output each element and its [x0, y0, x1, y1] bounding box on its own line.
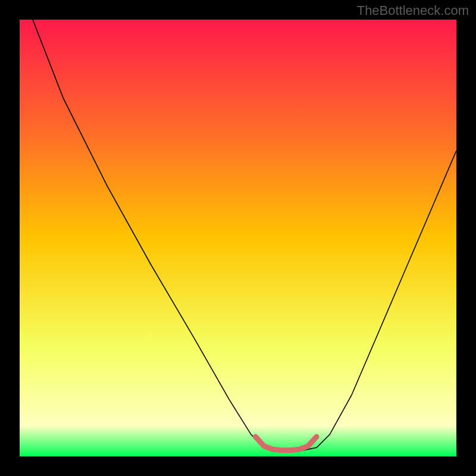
- chart-background: [20, 20, 456, 456]
- bottleneck-chart: [20, 20, 456, 456]
- chart-svg: [20, 20, 456, 456]
- watermark-text: TheBottleneck.com: [357, 3, 469, 18]
